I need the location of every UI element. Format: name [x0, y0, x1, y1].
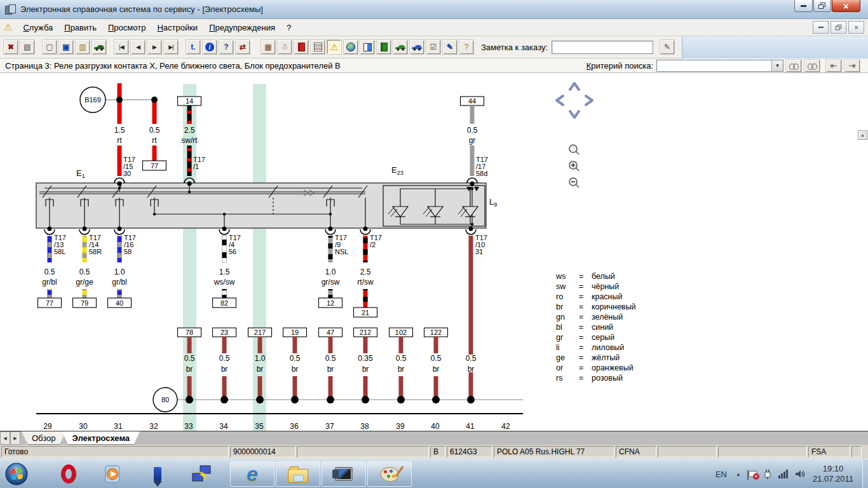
green-book-button[interactable]: [376, 39, 391, 55]
pan-up-button[interactable]: [570, 83, 579, 90]
search-criteria-input[interactable]: [657, 60, 771, 71]
action-center-button[interactable]: ×: [749, 471, 757, 477]
order-note-input[interactable]: [552, 41, 653, 54]
volume-button[interactable]: [795, 469, 806, 479]
pan-control: [557, 83, 592, 118]
globe-button[interactable]: [343, 39, 358, 55]
zoom-in-button[interactable]: [569, 161, 579, 171]
mdi-minimize-button[interactable]: [813, 21, 829, 34]
list-button[interactable]: [310, 39, 325, 55]
scroll-up-button[interactable]: ▲: [858, 130, 867, 140]
tab-scroll-left-button[interactable]: ◀: [0, 431, 10, 445]
ground-wire-19: 19 0.5 br: [283, 328, 307, 400]
start-button[interactable]: [5, 463, 28, 485]
indent-left-button[interactable]: ⇤: [825, 59, 842, 72]
menu-help[interactable]: ?: [281, 21, 297, 34]
vehicle-button[interactable]: [92, 39, 107, 55]
pan-right-button[interactable]: [586, 96, 592, 105]
restore-button[interactable]: [813, 0, 831, 12]
print-button[interactable]: ▤: [20, 39, 35, 55]
svg-text:/2: /2: [370, 241, 376, 248]
edit-document-button[interactable]: ▣: [58, 39, 74, 55]
pen-button[interactable]: ✎: [442, 39, 458, 55]
pan-left-button[interactable]: [557, 96, 563, 105]
taskbar-marker-button[interactable]: [144, 461, 172, 487]
nav-next-button[interactable]: ▶: [147, 39, 162, 55]
nav-prev-button[interactable]: ◀: [130, 39, 146, 55]
checkbox-button[interactable]: [360, 39, 375, 55]
svg-text:30: 30: [79, 422, 88, 431]
nav-last-button[interactable]: ▶|: [163, 39, 179, 55]
help-button[interactable]: ?: [219, 39, 234, 55]
ground-wire-23: 23 0.5 br: [213, 328, 236, 400]
jump-button[interactable]: t.: [186, 39, 201, 55]
customer-button[interactable]: ☃: [277, 39, 292, 55]
close-button[interactable]: ×: [832, 0, 860, 12]
taskbar-media-player-button[interactable]: [99, 461, 127, 487]
car-icon: [93, 44, 105, 51]
power-button[interactable]: [763, 469, 772, 479]
mdi-restore-button[interactable]: [831, 21, 846, 34]
tab-overview[interactable]: Обзор: [22, 431, 66, 445]
taskbar-putty-button[interactable]: [188, 461, 216, 487]
svg-text:gr/bl: gr/bl: [112, 278, 126, 287]
internet-explorer-icon: e: [247, 464, 258, 484]
search-criteria-combo: ▼: [656, 60, 783, 72]
menu-view[interactable]: Просмотр: [102, 21, 151, 34]
tab-scroll-right-button[interactable]: ▶: [10, 431, 20, 445]
green-car-button[interactable]: [393, 39, 408, 55]
search-next-button[interactable]: [785, 59, 802, 72]
info-button[interactable]: i: [202, 39, 217, 55]
mdi-close-button[interactable]: ×: [848, 21, 864, 34]
svg-text:0.5: 0.5: [396, 354, 407, 363]
toolbar-filler: [682, 36, 868, 58]
taskbar-viewer-button[interactable]: [322, 461, 366, 487]
search-combo-dropdown[interactable]: ▼: [771, 60, 783, 71]
taskbar-explorer-button[interactable]: [276, 461, 320, 487]
doc-help-button[interactable]: ?: [459, 39, 474, 55]
label-l9: L9: [489, 197, 497, 208]
taskbar-clock[interactable]: 19:10 21.07.2011: [813, 464, 853, 484]
tray-expand-button[interactable]: ▲: [736, 471, 741, 477]
network-button[interactable]: [778, 470, 789, 478]
svg-text:1.5: 1.5: [114, 126, 125, 135]
svg-text:rt: rt: [152, 136, 157, 145]
swap-arrows-icon: ⇄: [240, 43, 246, 51]
nav-first-button[interactable]: |◀: [114, 39, 129, 55]
red-book-button[interactable]: [294, 39, 309, 55]
warnings-button[interactable]: ⚠: [327, 39, 342, 55]
swap-button[interactable]: ⇄: [235, 39, 250, 55]
checklist-button[interactable]: ☑: [426, 39, 441, 55]
menu-warnings[interactable]: Предупреждения: [203, 21, 281, 34]
indent-right-button[interactable]: ⇥: [844, 59, 860, 72]
legend-row: bl=синий: [556, 322, 635, 332]
taskbar-ie-button[interactable]: e: [230, 461, 275, 487]
taskbar-opera-button[interactable]: [55, 461, 83, 487]
power-plug-icon: [763, 469, 772, 479]
nav-prev-icon: ◀: [136, 44, 140, 50]
menu-edit[interactable]: Править: [58, 21, 102, 34]
search-prev-button[interactable]: [804, 59, 820, 72]
cancel-button[interactable]: ✖: [3, 39, 18, 55]
new-document-button[interactable]: ▢: [42, 39, 57, 55]
tab-wiring-diagram[interactable]: Электросхема: [62, 431, 140, 445]
clock-time: 19:10: [823, 464, 844, 473]
zoom-select-button[interactable]: [569, 145, 579, 154]
media-player-icon: [104, 464, 123, 484]
archive-button[interactable]: ▦: [261, 39, 276, 55]
pan-down-button[interactable]: [570, 111, 579, 118]
svg-text:29: 29: [43, 422, 52, 431]
nav-first-icon: |◀: [119, 44, 123, 50]
taskbar-paint-button[interactable]: [367, 461, 412, 487]
minimize-button[interactable]: [794, 0, 813, 12]
car-info-button[interactable]: [409, 39, 424, 55]
menu-service[interactable]: Служба: [17, 21, 58, 34]
note-document-button[interactable]: ▥: [75, 39, 90, 55]
menu-settings[interactable]: Настройки: [151, 21, 203, 34]
label-e23: E23: [391, 165, 403, 176]
zoom-out-button[interactable]: [569, 178, 579, 187]
language-indicator[interactable]: EN: [715, 470, 727, 479]
order-note-button[interactable]: ✎: [660, 39, 675, 55]
show-desktop-button[interactable]: [862, 459, 868, 488]
status-empty: [851, 446, 862, 458]
